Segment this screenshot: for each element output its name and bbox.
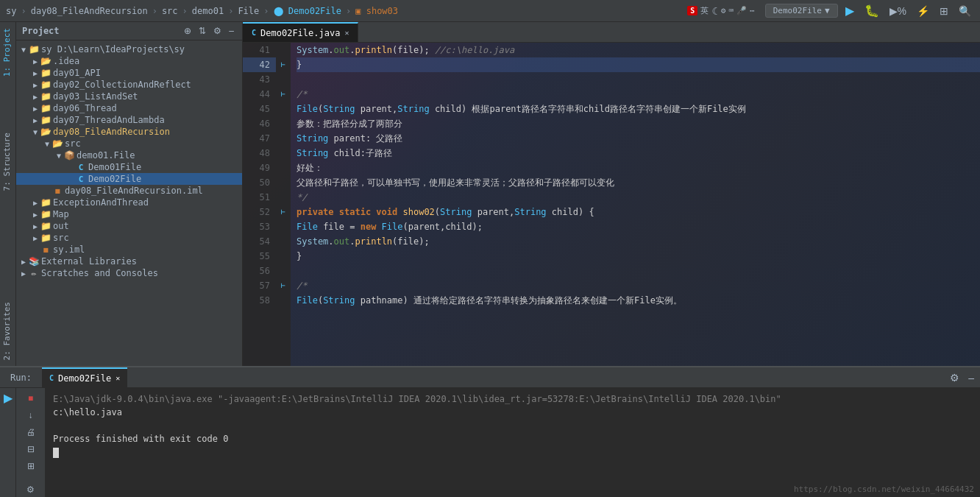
tree-label-day07: day07_ThreadAndLambda [53,115,165,125]
line-numbers: 41 42 43 44 45 46 47 48 49 50 51 52 53 5… [243,43,276,366]
list-item[interactable]: ▶ 📚 External Libraries [16,255,242,267]
folder-icon: 📁 [40,233,52,243]
chevron-down-icon: ▼ [825,6,830,15]
run-again-button[interactable]: ▶ [1,391,15,404]
scroll-to-end-button[interactable]: ↓ [22,408,40,423]
gutter-fold-icon[interactable]: ⊢ [276,205,291,219]
sidebar-item-favorites[interactable]: 2: Favorites [0,296,15,366]
print-button[interactable]: 🖨 [22,425,40,440]
list-item[interactable]: ▶ 📁 day06_Thread [16,102,242,114]
chevron-right-icon: ▶ [31,93,40,101]
list-item[interactable]: ◼ day08_FileAndRecursion.iml [16,185,242,197]
console-settings-button[interactable]: ⚙ [947,370,962,385]
settings2-button[interactable]: ⚙ [22,482,40,497]
code-line-43 [297,72,980,87]
line-num: 53 [243,219,276,234]
tree-root[interactable]: ▼ 📁 sy D:\Learn\IdeaProjects\sy [16,43,242,55]
console-line [53,419,973,432]
line-num: 54 [243,234,276,249]
list-item[interactable]: ▶ 📂 .idea [16,55,242,67]
folder-icon: 📁 [40,209,52,219]
tree-label-idea: .idea [53,56,79,66]
tree-label-day06: day06_Thread [53,103,117,113]
sidebar-item-structure[interactable]: 7: Structure [0,127,15,197]
list-item[interactable]: C Demo01File [16,161,242,173]
list-item[interactable]: ▶ 📁 day07_ThreadAndLambda [16,114,242,126]
locate-button[interactable]: ⊕ [182,25,193,37]
list-item[interactable]: ▶ 📁 out [16,220,242,232]
list-item[interactable]: ▼ 📂 day08_FileAndRecursion [16,126,242,138]
gutter-fold-icon[interactable]: ⊢ [276,278,291,293]
line-num: 50 [243,175,276,190]
list-item[interactable]: ▶ ✏ Scratches and Consoles [16,267,242,279]
tree-label-out: out [53,221,69,231]
list-item[interactable]: ▶ 📁 day01_API [16,67,242,79]
list-item[interactable]: ▶ 📁 day03_ListAndSet [16,91,242,102]
folder-icon: 📁 [40,115,52,125]
gutter-icon [276,249,291,264]
profile-button[interactable]: ⚡ [914,4,932,18]
src-icon: 📂 [52,138,63,149]
breadcrumb-part: File [238,6,259,16]
keyboard-icon: ⌨ [728,6,734,15]
code-content[interactable]: System.out.println(file); //c:\hello.jav… [291,43,980,366]
tree-label-day01: day01_API [53,68,101,78]
tab-close-button[interactable]: ✕ [116,374,120,382]
debug-button[interactable]: 🐛 [862,2,882,19]
unfold-button[interactable]: ⊞ [22,459,40,473]
list-item[interactable]: ◼ sy.iml [16,244,242,255]
tree-label-syiml: sy.iml [53,244,85,255]
tab-demo02file[interactable]: C Demo02File.java ✕ [243,22,358,42]
gutter-icon [276,131,291,146]
tab-label: Demo02File.java [260,28,340,38]
title-bar: sy › day08_FileAndRecursion › src › demo… [0,0,980,22]
list-item[interactable]: ▶ 📁 Map [16,208,242,220]
list-item[interactable]: ▶ 📁 ExceptionAndThread [16,197,242,208]
fold-button[interactable]: ⊟ [22,442,40,457]
tab-demo02file-console[interactable]: C Demo02File ✕ [42,367,127,387]
tree-label-demo02file: Demo02File [88,174,141,184]
layout-button[interactable]: ⊞ [937,4,951,18]
gutter-fold-icon[interactable]: ⊢ [276,57,291,72]
run-button[interactable]: ▶ [842,2,857,19]
editor-tab-bar: C Demo02File.java ✕ [243,22,980,43]
folder-icon: 📁 [40,80,52,90]
search-button[interactable]: 🔍 [956,4,974,18]
list-item[interactable]: ▼ 📦 demo01.File [16,149,242,161]
gutter-icon [276,116,291,131]
tab-run-label[interactable]: Run: [3,367,39,387]
console-minimize-button[interactable]: – [965,370,977,385]
code-line-58: File(String pathname) 通过将给定路径名字符串转换为抽象路径… [297,293,980,308]
more-icon: ⋯ [750,6,755,15]
coverage-button[interactable]: ▶% [887,4,909,18]
list-item[interactable]: ▶ 📁 day02_CollectionAndReflect [16,79,242,91]
tab-close-button[interactable]: ✕ [344,29,349,37]
folder-icon: 📂 [40,56,52,66]
stop-button[interactable]: ■ [22,391,40,406]
chevron-down-icon: ▼ [31,128,40,136]
project-panel-header: Project ⊕ ⇅ ⚙ – [16,22,242,40]
console-tab-label: Demo02File [58,373,111,384]
console-output[interactable]: E:\Java\jdk-9.0.4\bin\java.exe "-javaage… [46,388,980,497]
panel-actions: ⊕ ⇅ ⚙ – [182,25,236,37]
java-icon: C [75,163,87,172]
gutter-fold-icon[interactable]: ⊢ [276,87,291,102]
list-item[interactable]: ▶ 📁 src [16,232,242,244]
sidebar-item-project[interactable]: 1: Project [0,22,15,82]
chevron-right-icon: ▶ [31,81,40,89]
code-line-46: 参数：把路径分成了两部分 [297,116,980,131]
list-item[interactable]: ▼ 📂 src [16,138,242,149]
list-item[interactable]: C Demo02File [16,173,242,185]
java-icon: C [75,175,87,184]
line-num: 43 [243,72,276,87]
tree-label-day02: day02_CollectionAndReflect [53,80,191,90]
expand-button[interactable]: ⇅ [196,25,208,37]
text-cursor [53,448,59,458]
minimize-button[interactable]: – [227,25,236,37]
console-line: c:\hello.java [53,406,973,419]
breadcrumb-part: demo01 [192,6,224,16]
run-config-button[interactable]: Demo02File ▼ [765,4,838,18]
settings-button[interactable]: ⚙ [211,25,224,37]
code-editor[interactable]: 41 42 43 44 45 46 47 48 49 50 51 52 53 5… [243,43,980,366]
main-layout: 1: Project 7: Structure 2: Favorites Pro… [0,22,980,366]
